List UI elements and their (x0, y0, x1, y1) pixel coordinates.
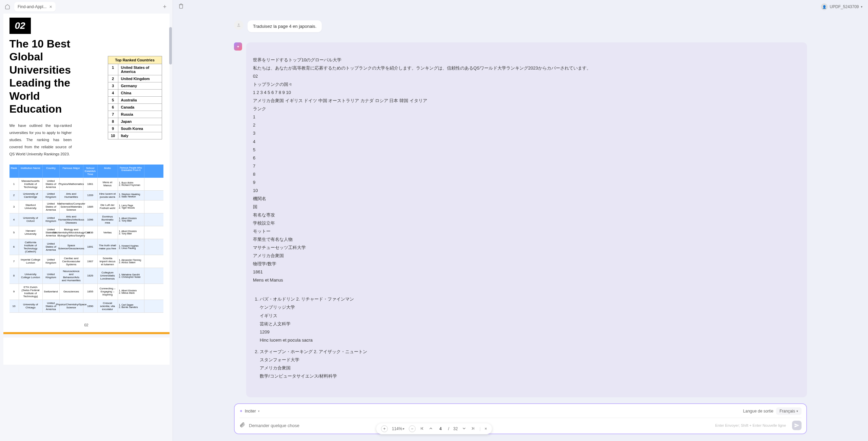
country-row: 5Australia (108, 97, 162, 104)
new-tab-button[interactable]: + (160, 2, 169, 12)
country-row: 2United Kingdom (108, 75, 162, 82)
document-page: 02 The 10 Best Global Universities Leadi… (3, 14, 170, 334)
trash-icon[interactable] (178, 3, 184, 10)
inciter-dropdown[interactable]: ✦ Inciter ▾ (239, 409, 260, 414)
country-row: 10Italy (108, 132, 162, 139)
country-row: 7Russia (108, 111, 162, 118)
attachment-icon[interactable] (239, 422, 245, 429)
country-row: 8Japan (108, 118, 162, 125)
university-row: 8University College LondonUnited Kingdom… (9, 268, 163, 284)
document-viewport[interactable]: 02 The 10 Best Global Universities Leadi… (0, 14, 173, 441)
user-badge[interactable]: 👤 UPDF_5243709 ▾ (821, 3, 863, 10)
country-row: 4China (108, 90, 162, 97)
document-tab[interactable]: Find-and-Appl... × (14, 2, 56, 12)
university-row: 5Harvard UniversityUnited States of Amer… (9, 226, 163, 239)
ai-list-item: スティーブン・ホーキング 2. アイザック・ニュートン スタンフォード大学 アメ… (260, 348, 800, 380)
university-row: 2University of CambridgeUnited KingdomAr… (9, 191, 163, 200)
tab-title: Find-and-Appl... (18, 4, 46, 9)
last-page-icon[interactable] (471, 426, 475, 432)
uni-header: Rank Institution Name Country Famous Maj… (9, 165, 163, 178)
university-row: 3Stanford UniversityUnited States of Ame… (9, 200, 163, 213)
country-row: 6Canada (108, 104, 162, 111)
language-selector: Langue de sortie Français ▾ (743, 407, 802, 415)
zoom-out-button[interactable]: − (409, 425, 415, 432)
input-hint: Enter Envoyer; Shift + Enter Nouvelle li… (715, 423, 786, 427)
user-msg-text: Traduisez la page 4 en japonais. (248, 20, 322, 32)
country-row: 3Germany (108, 82, 162, 90)
countries-table: Top Ranked Countries 1United States of A… (108, 56, 162, 139)
zoom-percent[interactable]: 114%▾ (392, 426, 405, 431)
input-area: ✦ Inciter ▾ Langue de sortie Français ▾ (173, 403, 868, 441)
chat-area: Traduisez la page 4 en japonais. ✦ 世界をリー… (173, 14, 868, 403)
university-row: 6California Institute of Technology (Cal… (9, 239, 163, 255)
university-row: 4University of OxfordUnited KingdomArts … (9, 213, 163, 226)
close-tab-icon[interactable]: × (49, 4, 52, 9)
ai-body-text: 世界をリードするトップ10のグローバル大学 私たちは、あなたが高等教育に応募する… (253, 56, 800, 284)
user-avatar-icon: 👤 (821, 3, 828, 10)
first-page-icon[interactable] (419, 426, 424, 432)
next-page-preview (3, 338, 170, 365)
university-row: 10University of ChicagoUnited States of … (9, 300, 163, 313)
user-message: Traduisez la page 4 en japonais. (234, 20, 807, 32)
language-dropdown[interactable]: Français ▾ (776, 407, 802, 415)
top-bar: 👤 UPDF_5243709 ▾ (173, 0, 868, 14)
zoom-toolbar: + 114%▾ − / 32 | × (376, 423, 492, 434)
svg-point-0 (238, 23, 240, 25)
input-box: ✦ Inciter ▾ Langue de sortie Français ▾ (234, 403, 807, 434)
ai-response: 世界をリードするトップ10のグローバル大学 私たちは、あなたが高等教育に応募する… (246, 42, 807, 397)
user-name: UPDF_5243709 (830, 4, 859, 9)
user-msg-avatar (234, 20, 243, 30)
chevron-down-icon: ▾ (796, 409, 798, 413)
page-footer-number: 02 (3, 313, 170, 332)
university-row: 1Massachusetts Institute of TechnologyUn… (9, 178, 163, 191)
send-button[interactable] (792, 421, 802, 430)
country-row: 1United States of America (108, 64, 162, 75)
chevron-down-icon: ▾ (861, 5, 863, 8)
tab-bar: Find-and-Appl... × + (0, 0, 173, 14)
next-page-icon[interactable] (462, 426, 467, 432)
university-row: 9ETH Zurich (Swiss Federal Institute of … (9, 284, 163, 300)
sparkle-icon: ✦ (239, 409, 243, 414)
page-input[interactable] (437, 426, 444, 431)
university-row: 7Imperial College LondonUnited KingdomCa… (9, 255, 163, 268)
page-total: 32 (453, 426, 458, 431)
countries-header: Top Ranked Countries (108, 56, 162, 64)
ai-list-item: バズ・オルドリン 2. リチャード・ファインマン ケンブリッジ大学 イギリス 芸… (260, 295, 800, 344)
close-toolbar-icon[interactable]: × (485, 426, 487, 431)
page-badge: 02 (9, 18, 31, 34)
chevron-down-icon: ▾ (258, 409, 260, 413)
zoom-in-button[interactable]: + (381, 425, 388, 432)
page-bottom-bar (3, 332, 170, 334)
prev-page-icon[interactable] (428, 426, 433, 432)
universities-table: Rank Institution Name Country Famous Maj… (9, 165, 163, 313)
page-intro: We have outlined the top-ranked universi… (3, 119, 78, 157)
scrollbar-thumb[interactable] (169, 27, 172, 64)
home-icon[interactable] (3, 3, 12, 11)
ai-message: ✦ 世界をリードするトップ10のグローバル大学 私たちは、あなたが高等教育に応募… (234, 42, 807, 397)
ai-avatar-icon: ✦ (234, 42, 242, 51)
country-row: 9South Korea (108, 125, 162, 132)
